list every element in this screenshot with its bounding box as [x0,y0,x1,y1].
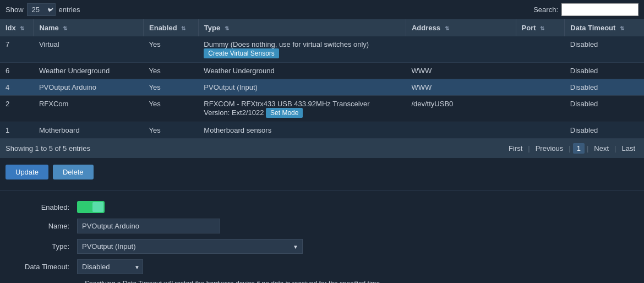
form-row-enabled: Enabled: [11,201,633,213]
cell-type: PVOutput (Input) [198,79,406,96]
cell-datatimeout: Disabled [565,96,644,122]
cell-enabled: Yes [144,79,199,96]
next-page-link[interactable]: Next [591,143,612,154]
col-name[interactable]: Name ⇅ [34,19,144,36]
cell-name: RFXCom [34,96,144,122]
pagination-controls: First | Previous | 1 | Next | Last [505,143,638,154]
table-row[interactable]: 6 Weather Underground Yes Weather Underg… [0,63,644,79]
cell-enabled: Yes [144,36,199,63]
entries-label: entries [59,6,80,14]
first-page-link[interactable]: First [505,143,526,154]
table-row[interactable]: 7 Virtual Yes Dummy (Does nothing, use f… [0,36,644,63]
col-idx-sort: ⇅ [20,25,24,31]
hint-text: Specifying a Data Timeout will restart t… [85,280,633,283]
col-name-label: Name [39,24,58,32]
show-entries-select[interactable]: 25 10 50 100 [27,3,56,16]
table-row[interactable]: 4 PVOutput Arduino Yes PVOutput (Input) … [0,79,644,96]
cell-address: WWW [406,79,516,96]
form-row-datatimeout: Data Timeout: Disabled 1 minute 5 minute… [11,259,633,274]
cell-type: RFXCOM - RFXtrx433 USB 433.92MHz Transce… [198,96,406,122]
hardware-table: Idx ⇅ Name ⇅ Enabled ⇅ Type ⇅ Address ⇅ … [0,19,644,139]
set-mode-button[interactable]: Set Mode [266,108,303,118]
form-row-type: Type: PVOutput (Input) Virtual Weather U… [11,239,633,254]
showing-text: Showing 1 to 5 of 5 entries [6,144,90,153]
cell-enabled: Yes [144,122,199,139]
col-type[interactable]: Type ⇅ [198,19,406,36]
col-enabled-sort: ⇅ [181,25,185,31]
col-type-label: Type [204,24,220,32]
cell-idx: 7 [0,36,34,63]
show-entries-area: Show 25 10 50 100 entries [6,3,80,16]
col-datatimeout-label: Data Timeout [570,24,615,32]
cell-datatimeout: Disabled [565,79,644,96]
separator [0,191,644,191]
create-virtual-sensors-button[interactable]: Create Virtual Sensors [204,48,279,58]
cell-address [406,36,516,63]
form-row-name: Name: [11,219,633,233]
search-input[interactable] [561,3,638,16]
cell-port [516,96,565,122]
name-input[interactable] [77,219,220,233]
table-header-row: Idx ⇅ Name ⇅ Enabled ⇅ Type ⇅ Address ⇅ … [0,19,644,36]
col-name-sort: ⇅ [63,25,67,31]
show-label: Show [6,6,24,14]
last-page-link[interactable]: Last [618,143,638,154]
pagination-bar: Showing 1 to 5 of 5 entries First | Prev… [0,139,644,158]
cell-port [516,122,565,139]
name-label: Name: [11,222,77,230]
col-port-label: Port [522,24,536,32]
col-port[interactable]: Port ⇅ [516,19,565,36]
cell-port [516,79,565,96]
col-datatimeout-sort: ⇅ [620,25,624,31]
cell-enabled: Yes [144,63,199,79]
cell-name: Virtual [34,36,144,63]
cell-name: Weather Underground [34,63,144,79]
datatimeout-select[interactable]: Disabled 1 minute 5 minutes 10 minutes 3… [77,259,143,274]
col-datatimeout[interactable]: Data Timeout ⇅ [565,19,644,36]
cell-idx: 6 [0,63,34,79]
cell-port [516,63,565,79]
cell-datatimeout: Disabled [565,36,644,63]
cell-port [516,36,565,63]
cell-type: Weather Underground [198,63,406,79]
action-buttons: Update Delete [0,158,644,186]
col-enabled[interactable]: Enabled ⇅ [144,19,199,36]
search-area: Search: [533,3,638,16]
cell-type: Dummy (Does nothing, use for virtual swi… [198,36,406,63]
cell-enabled: Yes [144,96,199,122]
cell-type: Motherboard sensors [198,122,406,139]
search-label: Search: [533,6,558,14]
toggle-thumb [92,202,103,212]
enabled-toggle[interactable] [77,201,105,213]
cell-datatimeout: Disabled [565,122,644,139]
table-row[interactable]: 2 RFXCom Yes RFXCOM - RFXtrx433 USB 433.… [0,96,644,122]
cell-idx: 4 [0,79,34,96]
cell-name: PVOutput Arduino [34,79,144,96]
col-address-label: Address [412,24,440,32]
update-button[interactable]: Update [6,165,48,179]
cell-address: /dev/ttyUSB0 [406,96,516,122]
datatimeout-label: Data Timeout: [11,263,77,271]
col-address[interactable]: Address ⇅ [406,19,516,36]
cell-name: Motherboard [34,122,144,139]
table-row[interactable]: 1 Motherboard Yes Motherboard sensors Di… [0,122,644,139]
type-select[interactable]: PVOutput (Input) Virtual Weather Undergr… [77,239,303,254]
col-enabled-label: Enabled [149,24,177,32]
previous-page-link[interactable]: Previous [532,143,567,154]
top-bar: Show 25 10 50 100 entries Search: [0,0,644,19]
cell-idx: 1 [0,122,34,139]
toggle-track[interactable] [77,201,105,213]
delete-button[interactable]: Delete [53,165,94,179]
col-idx[interactable]: Idx ⇅ [0,19,34,36]
cell-idx: 2 [0,96,34,122]
enabled-label: Enabled: [11,203,77,211]
cell-address [406,122,516,139]
current-page[interactable]: 1 [573,143,585,154]
cell-address: WWW [406,63,516,79]
type-label: Type: [11,242,77,251]
form-note: Specifying a Data Timeout will restart t… [77,280,633,283]
cell-datatimeout: Disabled [565,63,644,79]
col-type-sort: ⇅ [225,25,229,31]
form-section: Enabled: Name: Type: PVOutput (Input) Vi… [0,195,644,283]
col-port-sort: ⇅ [540,25,544,31]
